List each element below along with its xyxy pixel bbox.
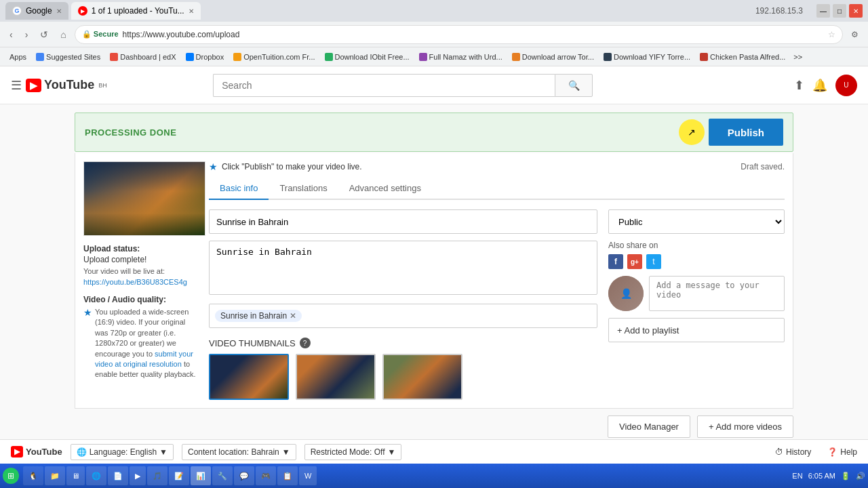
menu-icon[interactable]: ☰ [11, 78, 22, 93]
apps-bookmark[interactable]: Apps [5, 52, 31, 62]
upload-status-label: Upload status: [83, 244, 199, 253]
maximize-button[interactable]: □ [833, 4, 846, 18]
title-input[interactable] [209, 209, 597, 234]
share-message-input[interactable] [649, 276, 785, 311]
bookmark-opentuition[interactable]: OpenTuition.com Fr... [229, 52, 319, 62]
bookmark-suggested-sites[interactable]: Suggested Sites [32, 52, 104, 62]
upload-complete-msg: Upload complete! [83, 255, 199, 264]
thumbnails-title-row: VIDEO THUMBNAILS ? [209, 338, 597, 348]
footer-yt-icon: ▶ [11, 446, 23, 458]
add-more-videos-button[interactable]: + Add more videos [697, 415, 793, 438]
video-url-link[interactable]: https://youtu.be/B36U83CES4g [83, 278, 187, 286]
thumbnail-1[interactable] [209, 354, 289, 400]
add-to-playlist-button[interactable]: + Add to playlist [608, 318, 785, 342]
taskbar-item-10[interactable]: 🔧 [212, 466, 233, 485]
forward-button[interactable]: › [21, 26, 33, 43]
taskbar-time: 6:05 AM [808, 472, 835, 480]
address-bar[interactable]: 🔒 Secure https://www.youtube.com/upload … [75, 25, 843, 44]
footer-content-location[interactable]: Content location: Bahrain ▼ [182, 444, 296, 460]
tag-input-area[interactable]: Sunrise in Bahrain ✕ [209, 304, 597, 328]
thumbnails-help-icon[interactable]: ? [300, 338, 311, 348]
bookmark-arrow[interactable]: Download arrow Tor... [508, 52, 598, 62]
start-button[interactable]: ⊞ [3, 468, 19, 484]
tab-translations[interactable]: Translations [269, 178, 338, 200]
notification-icon[interactable]: 🔔 [812, 78, 827, 93]
search-input[interactable] [213, 74, 555, 97]
taskbar-item-13[interactable]: 📋 [277, 466, 298, 485]
tab-advanced-settings[interactable]: Advanced settings [338, 178, 432, 200]
also-share-label: Also share on [608, 241, 785, 250]
avatar[interactable]: U [835, 75, 857, 96]
restricted-arrow-icon: ▼ [387, 447, 395, 457]
thumb-bg-3 [384, 355, 461, 399]
bookmark-chicken[interactable]: Chicken Pasta Alfred... [696, 52, 789, 62]
privacy-select[interactable]: Public Private Unlisted [608, 209, 785, 234]
taskbar-item-6[interactable]: ▶ [130, 466, 146, 485]
taskbar-item-9[interactable]: 📊 [191, 466, 211, 485]
description-textarea[interactable]: Sunrise in Bahrain [209, 241, 597, 295]
draft-saved-text: Draft saved. [741, 162, 785, 171]
tab-basic-info[interactable]: Basic info [209, 178, 269, 200]
bookmark-edx[interactable]: Dashboard | edX [106, 52, 180, 62]
search-button[interactable]: 🔍 [555, 74, 593, 97]
tag-chip-label: Sunrise in Bahrain [220, 311, 287, 321]
content-arrow-icon: ▼ [282, 447, 290, 457]
facebook-share-icon[interactable]: f [608, 254, 623, 269]
thumbnail-3[interactable] [382, 354, 462, 400]
tab-youtube[interactable]: ▶ 1 of 1 uploaded - YouTu... ✕ [71, 2, 201, 20]
tag-chip-remove[interactable]: ✕ [290, 311, 296, 321]
history-icon: ⏱ [775, 447, 783, 457]
tab-google[interactable]: G Google ✕ [5, 2, 68, 20]
upload-icon[interactable]: ⬆ [794, 78, 804, 93]
creator-avatar: 👤 [608, 276, 644, 311]
refresh-button[interactable]: ↺ [36, 26, 52, 43]
minimize-button[interactable]: — [816, 4, 830, 18]
taskbar-battery-icon: 🔋 [841, 472, 850, 481]
taskbar-item-8[interactable]: 📝 [169, 466, 189, 485]
right-panel: ★ Click "Publish" to make your video liv… [209, 161, 785, 400]
footer-logo[interactable]: ▶ YouTube [11, 446, 62, 458]
footer-help-button[interactable]: ❓ Help [827, 447, 857, 457]
more-bookmarks[interactable]: >> [791, 52, 805, 62]
close-button[interactable]: ✕ [849, 4, 863, 18]
bottom-actions: Video Manager + Add more videos [75, 409, 793, 439]
thumb-bg-2 [297, 355, 374, 399]
home-button[interactable]: ⌂ [56, 26, 70, 43]
taskbar-item-3[interactable]: 🖥 [66, 466, 85, 485]
extensions-button[interactable]: ⚙ [847, 27, 863, 42]
bookmark-namaz[interactable]: Full Namaz with Urd... [415, 52, 507, 62]
yt-logo-badge: BH [98, 82, 107, 89]
thumbnail-2[interactable] [296, 354, 376, 400]
taskbar-item-11[interactable]: 💬 [234, 466, 254, 485]
header-actions: ⬆ 🔔 U [794, 75, 857, 96]
taskbar-item-7[interactable]: 🎵 [147, 466, 167, 485]
back-button[interactable]: ‹ [5, 26, 17, 43]
taskbar-item-5[interactable]: 📄 [108, 466, 128, 485]
yellow-circle: ↗ [679, 119, 705, 145]
yt-footer: ▶ YouTube 🌐 Language: English ▼ Content … [0, 439, 868, 464]
help-icon: ❓ [827, 447, 837, 457]
taskbar-item-2[interactable]: 📁 [45, 466, 65, 485]
publish-button[interactable]: Publish [709, 119, 783, 146]
taskbar-item-4[interactable]: 🌐 [86, 466, 106, 485]
footer-yt-text: YouTube [26, 447, 62, 457]
taskbar-item-1[interactable]: 🐧 [23, 466, 43, 485]
publish-info-row: ★ Click "Publish" to make your video liv… [209, 161, 785, 172]
footer-restricted-mode[interactable]: Restricted Mode: Off ▼ [304, 444, 402, 460]
footer-language-selector[interactable]: 🌐 Language: English ▼ [71, 444, 174, 460]
bk-icon-1 [36, 53, 44, 61]
also-share-section: Also share on f g+ t [608, 241, 785, 269]
tab-youtube-close[interactable]: ✕ [189, 7, 194, 15]
footer-history-button[interactable]: ⏱ History [775, 447, 811, 457]
thumb-gradient [84, 162, 205, 235]
tab-google-close[interactable]: ✕ [56, 7, 62, 15]
taskbar-item-14[interactable]: W [299, 466, 317, 485]
video-manager-button[interactable]: Video Manager [608, 415, 690, 438]
taskbar-item-12[interactable]: 🎮 [256, 466, 276, 485]
bookmark-yify[interactable]: Download YIFY Torre... [599, 52, 694, 62]
bookmark-iobit[interactable]: Download IObit Free... [321, 52, 414, 62]
bookmark-dropbox[interactable]: Dropbox [182, 52, 229, 62]
twitter-share-icon[interactable]: t [646, 254, 661, 269]
googleplus-share-icon[interactable]: g+ [627, 254, 642, 269]
yt-logo[interactable]: ▶ YouTube BH [26, 78, 107, 92]
